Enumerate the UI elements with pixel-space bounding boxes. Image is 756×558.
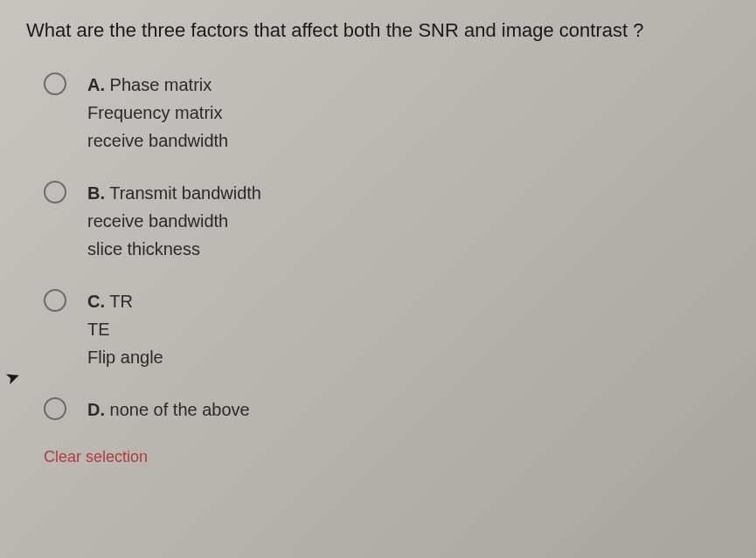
- clear-selection-link[interactable]: Clear selection: [44, 448, 730, 466]
- option-a-line-1: Phase matrix: [110, 75, 212, 94]
- radio-a[interactable]: [44, 72, 66, 95]
- option-b-line-2: receive bandwidth: [87, 207, 261, 235]
- option-c-line-1: TR: [109, 292, 133, 311]
- option-b-line-3: slice thickness: [87, 235, 261, 263]
- option-b-content: B. Transmit bandwidth receive bandwidth …: [87, 179, 261, 263]
- radio-c[interactable]: [44, 289, 66, 312]
- option-a-line-3: receive bandwidth: [87, 127, 228, 155]
- option-a-line-2: Frequency matrix: [87, 99, 228, 127]
- option-b-line-1: Transmit bandwidth: [109, 183, 261, 203]
- option-d-line-1: none of the above: [110, 400, 250, 419]
- option-c-line-2: TE: [87, 315, 163, 343]
- option-c-line-3: Flip angle: [87, 343, 163, 371]
- question-text: What are the three factors that affect b…: [26, 17, 730, 45]
- radio-b[interactable]: [44, 181, 66, 203]
- option-a-letter: A.: [87, 75, 105, 94]
- options-container: A. Phase matrix Frequency matrix receive…: [26, 71, 730, 424]
- option-b[interactable]: B. Transmit bandwidth receive bandwidth …: [44, 179, 730, 263]
- option-c-content: C. TR TE Flip angle: [87, 287, 163, 371]
- cursor-icon: ➤: [2, 365, 23, 389]
- radio-d[interactable]: [44, 397, 66, 420]
- option-d[interactable]: D. none of the above: [44, 396, 730, 424]
- option-d-letter: D.: [87, 400, 105, 419]
- option-c-letter: C.: [87, 292, 105, 311]
- option-a[interactable]: A. Phase matrix Frequency matrix receive…: [44, 71, 730, 155]
- option-d-content: D. none of the above: [87, 396, 250, 424]
- option-b-letter: B.: [87, 183, 105, 203]
- option-a-content: A. Phase matrix Frequency matrix receive…: [87, 71, 228, 155]
- option-c[interactable]: C. TR TE Flip angle: [44, 287, 730, 371]
